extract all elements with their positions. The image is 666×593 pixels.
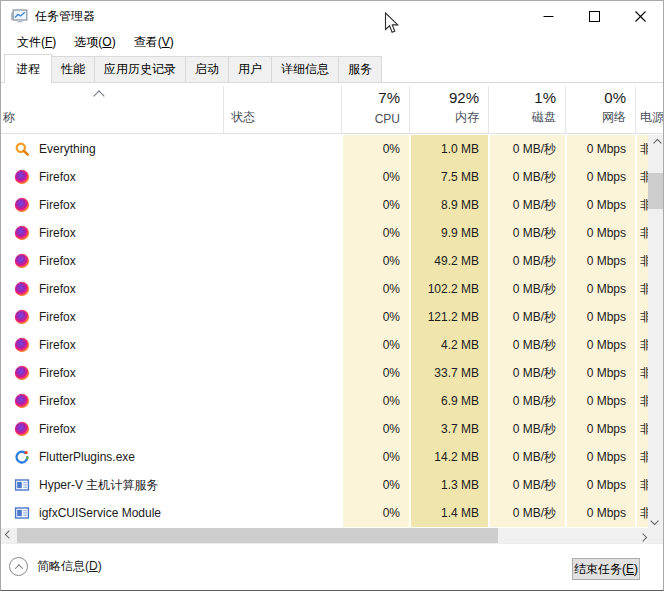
column-header-disk[interactable]: 1% 磁盘: [488, 86, 565, 133]
process-status: [223, 303, 341, 331]
tab-users[interactable]: 用户: [228, 56, 272, 82]
minimize-button[interactable]: [525, 1, 571, 31]
table-row[interactable]: Firefox 0% 49.2 MB 0 MB/秒 0 Mbps 非: [1, 247, 650, 275]
close-button[interactable]: [617, 1, 663, 31]
table-row[interactable]: Hyper-V 主机计算服务 0% 1.3 MB 0 MB/秒 0 Mbps 非: [1, 471, 650, 499]
process-memory-value: 49.2 MB: [409, 247, 488, 275]
process-network-value: 0 Mbps: [565, 303, 635, 331]
tab-processes[interactable]: 进程: [4, 54, 52, 83]
table-row[interactable]: Firefox 0% 102.2 MB 0 MB/秒 0 Mbps 非: [1, 275, 650, 303]
process-name: Firefox: [39, 275, 76, 303]
process-name: Firefox: [39, 247, 76, 275]
menu-view[interactable]: 查看(V): [125, 31, 183, 55]
disk-total-percent: 1%: [534, 89, 556, 106]
fewer-details-toggle[interactable]: 简略信息(D): [9, 557, 102, 576]
minimize-icon: [543, 11, 554, 22]
process-table-header: 称 状态 7% CPU 92% 内存 1% 磁盘 0% 网络 电源: [1, 86, 664, 134]
horizontal-scrollbar[interactable]: [1, 528, 650, 543]
table-row[interactable]: Firefox 0% 33.7 MB 0 MB/秒 0 Mbps 非: [1, 359, 650, 387]
table-row[interactable]: Firefox 0% 121.2 MB 0 MB/秒 0 Mbps 非: [1, 303, 650, 331]
process-memory-value: 9.9 MB: [409, 219, 488, 247]
firefox-icon: [14, 197, 30, 213]
process-disk-value: 0 MB/秒: [488, 359, 565, 387]
column-header-memory[interactable]: 92% 内存: [409, 86, 488, 133]
process-name-cell: Firefox: [1, 163, 223, 191]
column-header-network[interactable]: 0% 网络: [565, 86, 635, 133]
column-header-status[interactable]: 状态: [223, 86, 341, 133]
table-row[interactable]: Everything 0% 1.0 MB 0 MB/秒 0 Mbps 非: [1, 135, 650, 163]
firefox-icon: [14, 253, 30, 269]
table-row[interactable]: Firefox 0% 6.9 MB 0 MB/秒 0 Mbps 非: [1, 387, 650, 415]
tab-services[interactable]: 服务: [338, 56, 382, 82]
menu-options[interactable]: 选项(O): [65, 31, 124, 55]
process-memory-value: 121.2 MB: [409, 303, 488, 331]
process-status: [223, 387, 341, 415]
process-status: [223, 219, 341, 247]
table-row[interactable]: Firefox 0% 4.2 MB 0 MB/秒 0 Mbps 非: [1, 331, 650, 359]
chevron-up-icon: [653, 138, 661, 146]
collapse-circle-icon: [9, 557, 28, 576]
tab-app-history[interactable]: 应用历史记录: [94, 56, 186, 82]
process-memory-value: 3.7 MB: [409, 415, 488, 443]
process-name: Firefox: [39, 359, 76, 387]
table-row[interactable]: FlutterPlugins.exe 0% 14.2 MB 0 MB/秒 0 M…: [1, 443, 650, 471]
column-header-name[interactable]: 称: [1, 86, 223, 133]
process-name-cell: Firefox: [1, 331, 223, 359]
table-row[interactable]: Firefox 0% 3.7 MB 0 MB/秒 0 Mbps 非: [1, 415, 650, 443]
process-name-cell: Firefox: [1, 191, 223, 219]
tab-startup[interactable]: 启动: [185, 56, 229, 82]
process-memory-value: 7.5 MB: [409, 163, 488, 191]
status-column-label: 状态: [231, 109, 255, 126]
process-name-cell: Firefox: [1, 275, 223, 303]
process-cpu-value: 0%: [341, 387, 409, 415]
task-manager-window: 任务管理器 文件(F) 选项(O) 查看(V) 进程 性能 应用历史记录 启动 …: [0, 0, 664, 591]
process-cpu-value: 0%: [341, 247, 409, 275]
process-network-value: 0 Mbps: [565, 163, 635, 191]
cpu-total-percent: 7%: [378, 89, 400, 106]
process-name: Firefox: [39, 219, 76, 247]
disk-column-label: 磁盘: [532, 109, 556, 126]
scroll-down-button[interactable]: [648, 513, 663, 528]
process-cpu-value: 0%: [341, 219, 409, 247]
window-icon: [14, 477, 30, 493]
maximize-icon: [589, 11, 600, 22]
process-name: FlutterPlugins.exe: [39, 443, 135, 471]
process-disk-value: 0 MB/秒: [488, 163, 565, 191]
column-header-cpu[interactable]: 7% CPU: [341, 86, 409, 133]
window-icon: [14, 505, 30, 521]
process-cpu-value: 0%: [341, 135, 409, 163]
process-name-cell: Firefox: [1, 247, 223, 275]
process-status: [223, 247, 341, 275]
menu-file[interactable]: 文件(F): [8, 31, 65, 55]
table-row[interactable]: igfxCUIService Module 0% 1.4 MB 0 MB/秒 0…: [1, 499, 650, 527]
scroll-left-button[interactable]: [1, 528, 16, 543]
chevron-left-icon: [4, 530, 12, 538]
fewer-details-label: 简略信息(D): [37, 558, 102, 575]
window-controls: [525, 1, 663, 31]
process-memory-value: 1.0 MB: [409, 135, 488, 163]
process-name-cell: FlutterPlugins.exe: [1, 443, 223, 471]
process-name-cell: igfxCUIService Module: [1, 499, 223, 527]
maximize-button[interactable]: [571, 1, 617, 31]
process-network-value: 0 Mbps: [565, 359, 635, 387]
vertical-scrollbar[interactable]: [648, 135, 663, 528]
table-row[interactable]: Firefox 0% 8.9 MB 0 MB/秒 0 Mbps 非: [1, 191, 650, 219]
sort-ascending-icon: [93, 90, 104, 101]
table-row[interactable]: Firefox 0% 9.9 MB 0 MB/秒 0 Mbps 非: [1, 219, 650, 247]
network-total-percent: 0%: [604, 89, 626, 106]
column-header-power[interactable]: 电源: [635, 86, 664, 133]
process-status: [223, 275, 341, 303]
process-cpu-value: 0%: [341, 359, 409, 387]
horizontal-scrollbar-thumb[interactable]: [17, 528, 498, 543]
process-status: [223, 163, 341, 191]
process-disk-value: 0 MB/秒: [488, 219, 565, 247]
process-name-cell: Firefox: [1, 219, 223, 247]
tab-performance[interactable]: 性能: [51, 56, 95, 82]
process-name-cell: Hyper-V 主机计算服务: [1, 471, 223, 499]
process-network-value: 0 Mbps: [565, 471, 635, 499]
scroll-up-button[interactable]: [648, 135, 663, 150]
end-task-button[interactable]: 结束任务(E): [572, 558, 640, 580]
tab-details[interactable]: 详细信息: [271, 56, 339, 82]
table-row[interactable]: Firefox 0% 7.5 MB 0 MB/秒 0 Mbps 非: [1, 163, 650, 191]
vertical-scrollbar-thumb[interactable]: [648, 173, 663, 209]
